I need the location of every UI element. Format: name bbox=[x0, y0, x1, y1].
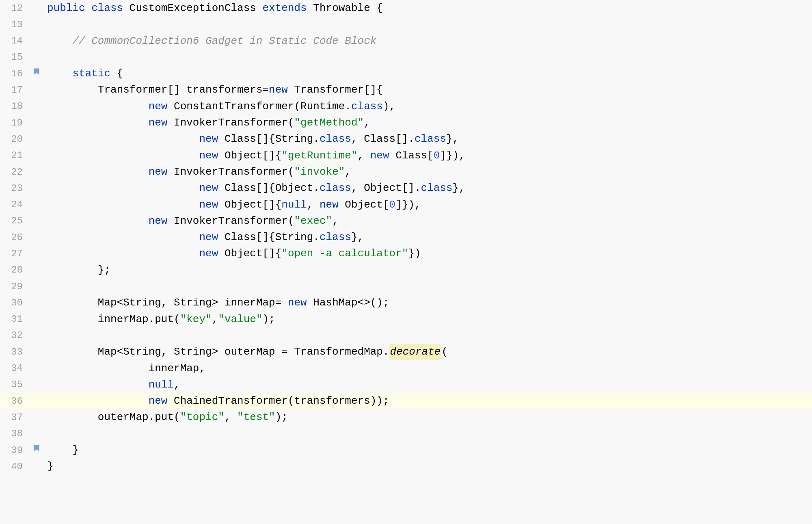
code-token: } bbox=[47, 458, 54, 474]
code-token: "getMethod" bbox=[294, 115, 364, 131]
code-token: null bbox=[149, 377, 174, 393]
gutter bbox=[29, 229, 44, 245]
code-line: 17 Transformer[] transformers=new Transf… bbox=[0, 82, 812, 98]
gutter bbox=[29, 458, 44, 474]
code-token: 0 bbox=[434, 147, 440, 164]
code-line: 21 new Object[]{"getRuntime", new Class[… bbox=[0, 147, 812, 164]
code-token: , bbox=[307, 197, 320, 213]
code-content: innerMap.put("key","value"); bbox=[44, 311, 812, 327]
code-content: new ConstantTransformer(Runtime.class), bbox=[44, 98, 812, 115]
code-token bbox=[47, 115, 149, 131]
code-line: 16 static { bbox=[0, 65, 812, 82]
code-token: new bbox=[149, 393, 168, 409]
code-content: new Class[]{Object.class, Object[].class… bbox=[44, 180, 812, 196]
line-number: 18 bbox=[0, 98, 29, 115]
code-line: 13 bbox=[0, 16, 812, 32]
line-number: 20 bbox=[0, 131, 29, 147]
code-line: 39 } bbox=[0, 442, 812, 458]
code-token: ]}), bbox=[395, 197, 421, 213]
code-token: Transformer[]{ bbox=[288, 82, 383, 98]
gutter bbox=[29, 262, 44, 278]
code-token: "open -a calculator" bbox=[281, 245, 408, 262]
code-token: innerMap.put( bbox=[47, 311, 180, 327]
line-number: 12 bbox=[0, 0, 29, 16]
code-token: }) bbox=[408, 245, 421, 262]
code-content bbox=[44, 327, 812, 344]
code-token: }, bbox=[453, 180, 465, 196]
code-token: InvokerTransformer( bbox=[167, 164, 294, 180]
gutter bbox=[29, 147, 44, 164]
code-line: 29 bbox=[0, 278, 812, 294]
line-number: 15 bbox=[0, 49, 29, 65]
code-token: extends bbox=[263, 0, 313, 16]
line-number: 14 bbox=[0, 33, 29, 49]
code-token: } bbox=[47, 442, 79, 458]
gutter bbox=[29, 98, 44, 115]
code-token: }; bbox=[47, 262, 110, 278]
code-content: Map<String, String> outerMap = Transform… bbox=[44, 344, 812, 360]
code-content bbox=[44, 278, 812, 294]
code-token: CustomExceptionClass bbox=[130, 0, 263, 16]
gutter bbox=[29, 294, 44, 311]
gutter bbox=[29, 164, 44, 180]
code-content: Map<String, String> innerMap= new HashMa… bbox=[44, 294, 812, 311]
code-content: Transformer[] transformers=new Transform… bbox=[44, 82, 812, 98]
code-token: "value" bbox=[218, 311, 262, 327]
code-line: 25 new InvokerTransformer("exec", bbox=[0, 213, 812, 229]
code-token: InvokerTransformer( bbox=[167, 115, 294, 131]
code-token: innerMap, bbox=[47, 360, 205, 377]
code-token: null bbox=[281, 197, 307, 213]
gutter bbox=[29, 197, 44, 213]
code-content: public class CustomExceptionClass extend… bbox=[44, 0, 812, 16]
code-content: new Class[]{String.class}, bbox=[44, 229, 812, 245]
code-line: 27 new Object[]{"open -a calculator"}) bbox=[0, 245, 812, 262]
code-token: , bbox=[225, 409, 237, 425]
line-number: 13 bbox=[0, 16, 29, 32]
code-token bbox=[47, 229, 199, 245]
code-token: new bbox=[288, 294, 307, 311]
gutter bbox=[29, 426, 44, 442]
code-token: // CommonCollection6 Gadget in Static Co… bbox=[47, 33, 376, 49]
code-token: }, bbox=[446, 131, 459, 147]
code-line: 15 bbox=[0, 49, 812, 65]
line-number: 25 bbox=[0, 213, 29, 229]
line-number: 23 bbox=[0, 180, 29, 196]
line-number: 37 bbox=[0, 409, 29, 425]
code-content: }; bbox=[44, 262, 812, 278]
gutter bbox=[29, 115, 44, 131]
code-token bbox=[47, 197, 199, 213]
code-token: new bbox=[199, 180, 218, 196]
code-token: new bbox=[320, 197, 339, 213]
code-content: new InvokerTransformer("getMethod", bbox=[44, 115, 812, 131]
code-editor: 12public class CustomExceptionClass exte… bbox=[0, 0, 812, 524]
code-content bbox=[44, 49, 812, 65]
gutter bbox=[29, 311, 44, 327]
code-token: new bbox=[199, 197, 218, 213]
code-token: Object[]{ bbox=[218, 197, 281, 213]
line-number: 28 bbox=[0, 262, 29, 278]
code-content: } bbox=[44, 442, 812, 458]
code-line: 35 null, bbox=[0, 377, 812, 393]
code-token: new bbox=[149, 115, 168, 131]
code-token: ]}), bbox=[440, 147, 465, 164]
gutter bbox=[29, 245, 44, 262]
code-token: class bbox=[421, 180, 453, 196]
gutter bbox=[29, 180, 44, 196]
line-number: 27 bbox=[0, 245, 29, 262]
highlighted-method: decorate bbox=[389, 344, 442, 360]
code-token: TransformedMap. bbox=[294, 344, 389, 360]
code-token: Class[]{Object. bbox=[218, 180, 320, 196]
code-token: Object[]{ bbox=[218, 245, 281, 262]
code-line: 18 new ConstantTransformer(Runtime.class… bbox=[0, 98, 812, 115]
code-token: "getRuntime" bbox=[281, 147, 357, 164]
code-token: class bbox=[320, 229, 351, 245]
gutter bbox=[29, 131, 44, 147]
code-line: 28 }; bbox=[0, 262, 812, 278]
gutter bbox=[29, 278, 44, 294]
code-token: Map<String, String> innerMap= bbox=[47, 294, 288, 311]
code-line: 33 Map<String, String> outerMap = Transf… bbox=[0, 344, 812, 360]
code-token: outerMap.put( bbox=[47, 409, 180, 425]
code-line: 34 innerMap, bbox=[0, 360, 812, 377]
code-token: class bbox=[415, 131, 446, 147]
gutter bbox=[29, 377, 44, 393]
